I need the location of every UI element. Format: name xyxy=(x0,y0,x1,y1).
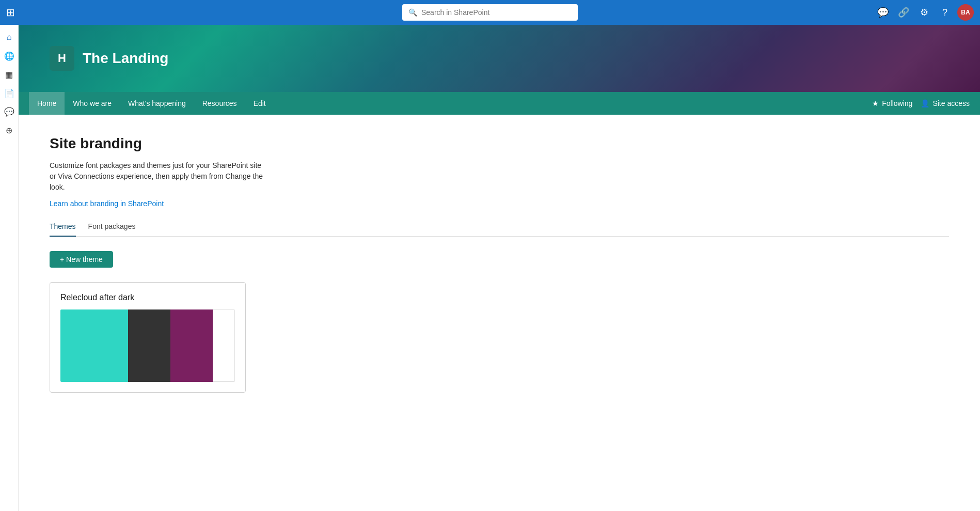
new-theme-button[interactable]: + New theme xyxy=(50,251,113,268)
swatch-purple xyxy=(170,309,213,382)
star-icon: ★ xyxy=(872,99,879,107)
nav-item-home[interactable]: Home xyxy=(29,92,65,115)
help-icon[interactable]: ? xyxy=(937,4,953,21)
following-button[interactable]: ★ Following xyxy=(872,99,912,107)
person-icon: 👤 xyxy=(921,99,929,107)
network-icon[interactable]: 🔗 xyxy=(895,4,912,21)
nav-item-whats-happening[interactable]: What's happening xyxy=(120,92,194,115)
top-bar-right: 💬 🔗 ⚙ ? BA xyxy=(875,4,974,21)
site-logo: H xyxy=(50,46,74,71)
site-access-button[interactable]: 👤 Site access xyxy=(921,99,970,107)
nav-item-who-we-are[interactable]: Who we are xyxy=(65,92,120,115)
tab-font-packages[interactable]: Font packages xyxy=(88,222,136,237)
tabs: Themes Font packages xyxy=(50,222,949,237)
site-access-label: Site access xyxy=(932,99,970,107)
sidebar-globe-icon[interactable]: 🌐 xyxy=(1,48,18,64)
swatch-cyan xyxy=(60,309,128,382)
nav-items: Home Who we are What's happening Resourc… xyxy=(29,92,872,115)
sidebar-tv-icon[interactable]: ▦ xyxy=(1,66,18,83)
page-description: Customize font packages and themes just … xyxy=(50,160,266,193)
nav-bar: Home Who we are What's happening Resourc… xyxy=(19,92,980,115)
tab-themes[interactable]: Themes xyxy=(50,222,76,237)
main-content: Site branding Customize font packages an… xyxy=(19,115,980,511)
nav-item-edit[interactable]: Edit xyxy=(245,92,274,115)
nav-item-resources[interactable]: Resources xyxy=(194,92,245,115)
sidebar-chat-icon[interactable]: 💬 xyxy=(1,103,18,120)
swatch-white xyxy=(213,309,235,382)
sidebar-document-icon[interactable]: 📄 xyxy=(1,85,18,101)
search-icon: 🔍 xyxy=(408,8,417,17)
avatar[interactable]: BA xyxy=(957,4,974,21)
comment-icon[interactable]: 💬 xyxy=(875,4,891,21)
learn-link[interactable]: Learn about branding in SharePoint xyxy=(50,199,164,208)
theme-card-title: Relecloud after dark xyxy=(60,293,235,302)
theme-card: Relecloud after dark xyxy=(50,282,246,393)
swatch-dark xyxy=(128,309,170,382)
waffle-icon[interactable]: ⊞ xyxy=(6,6,15,19)
search-input[interactable] xyxy=(421,8,572,17)
top-bar-left: ⊞ xyxy=(6,6,19,19)
page-title: Site branding xyxy=(50,135,949,152)
left-sidebar: ⌂ 🌐 ▦ 📄 💬 ⊕ xyxy=(0,25,19,511)
site-header: H The Landing xyxy=(19,25,980,92)
site-title: The Landing xyxy=(83,50,168,67)
nav-right: ★ Following 👤 Site access xyxy=(872,99,970,107)
color-swatches xyxy=(60,309,235,382)
search-box: 🔍 xyxy=(402,4,578,21)
settings-icon[interactable]: ⚙ xyxy=(916,4,932,21)
sidebar-add-icon[interactable]: ⊕ xyxy=(1,122,18,138)
following-label: Following xyxy=(882,99,912,107)
top-bar: ⊞ 🔍 💬 🔗 ⚙ ? BA xyxy=(0,0,980,25)
sidebar-home-icon[interactable]: ⌂ xyxy=(1,29,18,45)
